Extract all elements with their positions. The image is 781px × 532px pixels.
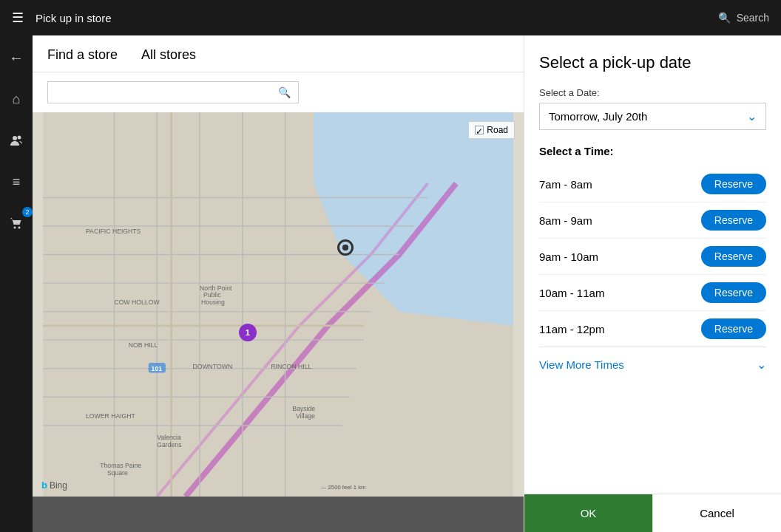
top-bar: ☰ Pick up in store 🔍 Search	[0, 0, 781, 35]
time-slot-3: 10am - 11amReserve	[539, 275, 766, 311]
svg-point-3	[18, 227, 21, 229]
svg-text:DOWNTOWN: DOWNTOWN	[192, 363, 232, 370]
bing-label: Bing	[50, 480, 67, 491]
center-content: Find a store All stores 🔍	[33, 35, 524, 532]
view-more-chevron-icon: ⌄	[757, 358, 766, 372]
svg-point-2	[14, 227, 16, 229]
svg-text:Gardens: Gardens	[157, 441, 182, 449]
hamburger-icon[interactable]: ☰	[12, 10, 24, 26]
store-subtitle: All stores	[141, 47, 196, 63]
map-background: COW HOLLOW NOB HILL DOWNTOWN PACIFIC HEI…	[33, 112, 524, 497]
svg-text:Valencia: Valencia	[157, 434, 181, 441]
cart-badge: 2	[22, 207, 33, 217]
svg-text:Bayside: Bayside	[292, 405, 315, 412]
time-text-1: 8am - 9am	[539, 214, 592, 227]
svg-text:— 2500 feet   1 km: — 2500 feet 1 km	[321, 484, 366, 491]
cart-icon-container[interactable]: 2	[3, 210, 30, 236]
store-search-button[interactable]: 🔍	[278, 86, 291, 98]
map-svg: COW HOLLOW NOB HILL DOWNTOWN PACIFIC HEI…	[33, 112, 524, 497]
home-icon[interactable]: ⌂	[3, 86, 30, 112]
app-title: Pick up in store	[36, 12, 718, 24]
bing-logo: b Bing	[41, 480, 67, 491]
menu-lines-icon[interactable]: ≡	[3, 168, 30, 195]
reserve-button-0[interactable]: Reserve	[701, 174, 766, 194]
map-pin-target	[337, 239, 354, 256]
svg-text:101: 101	[152, 365, 163, 372]
store-search-box[interactable]: 🔍	[47, 81, 299, 103]
search-box-row: 🔍	[33, 72, 524, 112]
date-label: Select a Date:	[539, 87, 766, 98]
ok-button[interactable]: OK	[524, 494, 652, 532]
right-panel: Select a pick-up date Select a Date: Tom…	[524, 35, 781, 532]
time-slot-1: 8am - 9amReserve	[539, 202, 766, 239]
store-header: Find a store All stores	[33, 35, 524, 72]
svg-text:COW HOLLOW: COW HOLLOW	[115, 299, 160, 306]
view-more-row[interactable]: View More Times ⌄	[539, 347, 766, 378]
users-icon[interactable]	[3, 127, 30, 154]
svg-text:LOWER HAIGHT: LOWER HAIGHT	[86, 412, 136, 420]
road-toggle[interactable]: ✓ Road	[468, 121, 515, 139]
svg-point-0	[13, 136, 17, 140]
date-value: Tomorrow, July 20th	[549, 110, 647, 123]
map-pin-1: 1	[239, 324, 257, 341]
time-slot-0: 7am - 8amReserve	[539, 166, 766, 202]
svg-text:Square: Square	[107, 469, 128, 477]
left-sidebar: ← ⌂ ≡ 2	[0, 35, 33, 532]
time-slot-4: 11am - 12pmReserve	[539, 311, 766, 347]
road-checkbox[interactable]: ✓	[475, 126, 484, 134]
back-button[interactable]: ←	[3, 44, 30, 71]
cancel-button[interactable]: Cancel	[652, 494, 781, 532]
svg-point-1	[18, 136, 21, 140]
main-area: ← ⌂ ≡ 2 Find a store All stores	[0, 35, 781, 532]
view-more-text[interactable]: View More Times	[539, 358, 624, 371]
svg-text:RINCON HILL: RINCON HILL	[271, 363, 311, 370]
date-chevron-icon: ⌄	[747, 109, 757, 123]
reserve-button-3[interactable]: Reserve	[701, 282, 766, 303]
store-title: Find a store	[47, 47, 118, 63]
map-footer-bar	[33, 497, 524, 532]
svg-text:Public: Public	[203, 291, 221, 299]
panel-content: Select a pick-up date Select a Date: Tom…	[524, 35, 781, 494]
svg-text:PACIFIC HEIGHTS: PACIFIC HEIGHTS	[86, 228, 141, 235]
road-label: Road	[487, 125, 508, 135]
svg-text:Village: Village	[296, 412, 315, 420]
time-text-3: 10am - 11am	[539, 287, 604, 299]
date-dropdown[interactable]: Tomorrow, July 20th ⌄	[539, 103, 766, 130]
time-text-0: 7am - 8am	[539, 178, 592, 191]
reserve-button-1[interactable]: Reserve	[701, 210, 766, 231]
store-search-input[interactable]	[55, 86, 278, 98]
search-text[interactable]: Search	[737, 12, 769, 24]
svg-text:North Point: North Point	[200, 284, 232, 292]
search-area: 🔍 Search	[718, 12, 769, 24]
map-container: COW HOLLOW NOB HILL DOWNTOWN PACIFIC HEI…	[33, 112, 524, 497]
panel-title: Select a pick-up date	[539, 53, 766, 72]
time-slots-container: 7am - 8amReserve8am - 9amReserve9am - 10…	[539, 166, 766, 347]
reserve-button-2[interactable]: Reserve	[701, 246, 766, 267]
reserve-button-4[interactable]: Reserve	[701, 318, 766, 339]
time-text-2: 9am - 10am	[539, 250, 598, 263]
time-slot-2: 9am - 10amReserve	[539, 239, 766, 275]
svg-text:Thomas Paine: Thomas Paine	[100, 462, 141, 469]
svg-text:Housing: Housing	[201, 299, 225, 306]
svg-text:NOB HILL: NOB HILL	[129, 341, 158, 349]
time-text-4: 11am - 12pm	[539, 323, 604, 335]
search-icon-top: 🔍	[718, 12, 731, 24]
panel-footer: OK Cancel	[524, 494, 781, 532]
time-label: Select a Time:	[539, 145, 766, 157]
